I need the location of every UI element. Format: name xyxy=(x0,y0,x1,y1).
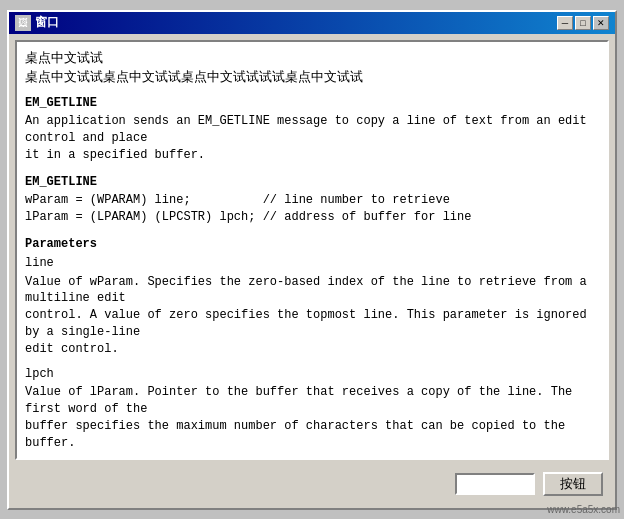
minimize-button[interactable]: ─ xyxy=(557,16,573,30)
section-parameters: Parameters line Value of wParam. Specifi… xyxy=(25,236,599,452)
title-buttons: ─ □ ✕ xyxy=(557,16,609,30)
title-bar-left: 🖼 窗口 xyxy=(15,14,59,31)
window-title: 窗口 xyxy=(35,14,59,31)
bottom-input[interactable] xyxy=(455,473,535,495)
watermark: www.e5a5x.com xyxy=(547,504,620,515)
body-em-getline-1: An application sends an EM_GETLINE messa… xyxy=(25,113,599,163)
header-line1: 桌点中文试试 xyxy=(25,48,599,68)
action-button[interactable]: 按钮 xyxy=(543,472,603,496)
body-em-getline-2: wParam = (WPARAM) line; // line number t… xyxy=(25,192,599,226)
main-window: 🖼 窗口 ─ □ ✕ 桌点中文试试 桌点中文试试桌点中文试试桌点中文试试试试桌点… xyxy=(7,10,617,510)
body-lpch: Value of lParam. Pointer to the buffer t… xyxy=(25,384,599,451)
maximize-button[interactable]: □ xyxy=(575,16,591,30)
section-em-getline-2: EM_GETLINE wParam = (WPARAM) line; // li… xyxy=(25,174,599,226)
text-display[interactable]: 桌点中文试试 桌点中文试试桌点中文试试桌点中文试试试试桌点中文试试 EM_GET… xyxy=(15,40,609,460)
header-line2: 桌点中文试试桌点中文试试桌点中文试试试试桌点中文试试 xyxy=(25,67,599,87)
body-line: Value of wParam. Specifies the zero-base… xyxy=(25,274,599,358)
subheading-line: line xyxy=(25,255,599,272)
bottom-bar: 按钮 xyxy=(15,466,609,502)
subheading-lpch: lpch xyxy=(25,366,599,383)
close-button[interactable]: ✕ xyxy=(593,16,609,30)
section-em-getline-1: EM_GETLINE An application sends an EM_GE… xyxy=(25,95,599,164)
window-icon: 🖼 xyxy=(15,15,31,31)
heading-parameters: Parameters xyxy=(25,236,599,253)
heading-em-getline-2: EM_GETLINE xyxy=(25,174,599,191)
chinese-header: 桌点中文试试 桌点中文试试桌点中文试试桌点中文试试试试桌点中文试试 xyxy=(25,48,599,87)
heading-em-getline-1: EM_GETLINE xyxy=(25,95,599,112)
content-area: 桌点中文试试 桌点中文试试桌点中文试试桌点中文试试试试桌点中文试试 EM_GET… xyxy=(9,34,615,508)
title-bar: 🖼 窗口 ─ □ ✕ xyxy=(9,12,615,34)
